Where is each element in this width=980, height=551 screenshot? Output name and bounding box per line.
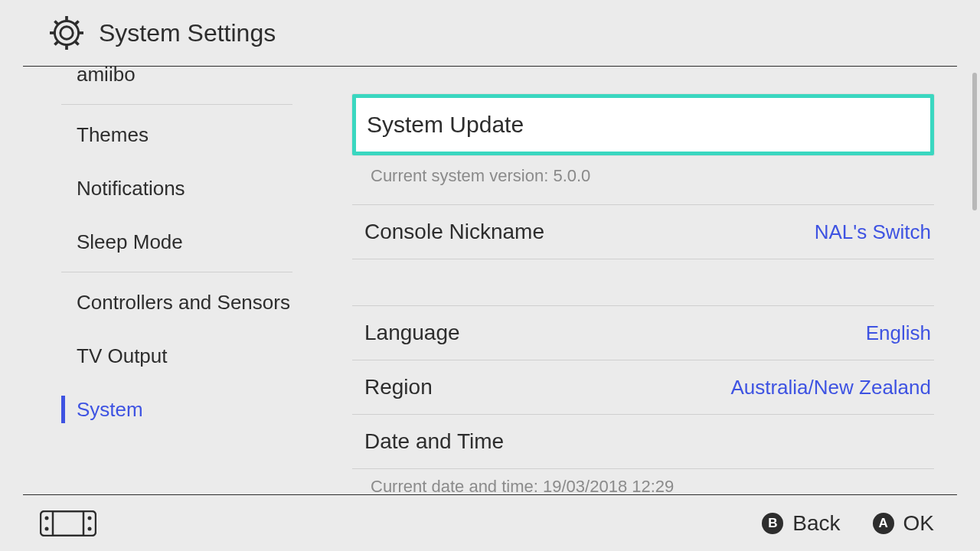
scrollbar-thumb[interactable] bbox=[972, 73, 977, 210]
row-value: English bbox=[866, 321, 931, 345]
settings-sidebar: amiibo Themes Notifications Sleep Mode C… bbox=[0, 67, 315, 494]
sidebar-item-label: Sleep Mode bbox=[77, 230, 183, 254]
row-label: Date and Time bbox=[364, 429, 504, 454]
hint-back[interactable]: B Back bbox=[762, 511, 840, 536]
sidebar-divider bbox=[61, 272, 292, 272]
sidebar-item-label: Notifications bbox=[77, 177, 185, 201]
row-language[interactable]: Language English bbox=[352, 305, 934, 360]
settings-main: System Update Current system version: 5.… bbox=[315, 67, 971, 494]
sidebar-item-label: Themes bbox=[77, 123, 149, 147]
sidebar-item-label: TV Output bbox=[77, 344, 168, 368]
sidebar-item-system[interactable]: System bbox=[0, 383, 315, 436]
svg-point-0 bbox=[60, 27, 74, 40]
row-value: NAL's Switch bbox=[815, 220, 931, 244]
sidebar-divider bbox=[61, 104, 292, 105]
hint-ok[interactable]: A OK bbox=[873, 511, 934, 536]
row-label: Console Nickname bbox=[364, 220, 544, 244]
row-system-update[interactable]: System Update bbox=[352, 94, 934, 155]
row-label: Language bbox=[364, 321, 460, 345]
svg-rect-11 bbox=[53, 511, 83, 536]
hint-label: OK bbox=[903, 511, 934, 536]
a-button-icon: A bbox=[873, 513, 894, 534]
row-value: Australia/New Zealand bbox=[730, 376, 931, 399]
sidebar-item-controllers-sensors[interactable]: Controllers and Sensors bbox=[0, 276, 315, 329]
row-label: System Update bbox=[367, 112, 524, 138]
b-button-icon: B bbox=[762, 513, 783, 534]
svg-point-12 bbox=[45, 516, 49, 520]
row-region[interactable]: Region Australia/New Zealand bbox=[352, 360, 934, 414]
console-icon bbox=[40, 510, 96, 536]
svg-rect-5 bbox=[78, 31, 83, 34]
footer: B Back A OK bbox=[23, 494, 957, 551]
svg-rect-3 bbox=[65, 44, 68, 50]
date-time-text: Current date and time: 19/03/2018 12:29 bbox=[352, 469, 934, 494]
sidebar-item-label: amiibo bbox=[77, 67, 136, 86]
svg-point-13 bbox=[45, 527, 49, 530]
row-console-nickname[interactable]: Console Nickname NAL's Switch bbox=[352, 204, 934, 259]
hint-label: Back bbox=[792, 511, 840, 536]
svg-rect-4 bbox=[50, 31, 55, 34]
svg-point-15 bbox=[88, 527, 92, 530]
sidebar-item-amiibo[interactable]: amiibo bbox=[0, 67, 315, 101]
row-date-time[interactable]: Date and Time bbox=[352, 414, 934, 468]
page-title: System Settings bbox=[99, 19, 276, 47]
scrollbar[interactable] bbox=[972, 73, 977, 488]
gear-icon bbox=[50, 16, 83, 50]
svg-point-14 bbox=[88, 516, 92, 520]
sidebar-item-label: System bbox=[77, 398, 143, 422]
header: System Settings bbox=[23, 0, 957, 67]
sidebar-item-sleep-mode[interactable]: Sleep Mode bbox=[0, 215, 315, 269]
sidebar-item-label: Controllers and Sensors bbox=[77, 291, 290, 315]
svg-rect-10 bbox=[41, 511, 96, 536]
sidebar-item-themes[interactable]: Themes bbox=[0, 108, 315, 161]
sidebar-item-notifications[interactable]: Notifications bbox=[0, 161, 315, 215]
svg-rect-2 bbox=[65, 16, 68, 21]
row-label: Region bbox=[364, 375, 433, 399]
sidebar-item-tv-output[interactable]: TV Output bbox=[0, 329, 315, 383]
system-version-text: Current system version: 5.0.0 bbox=[352, 155, 934, 204]
footer-hints: B Back A OK bbox=[762, 511, 934, 536]
